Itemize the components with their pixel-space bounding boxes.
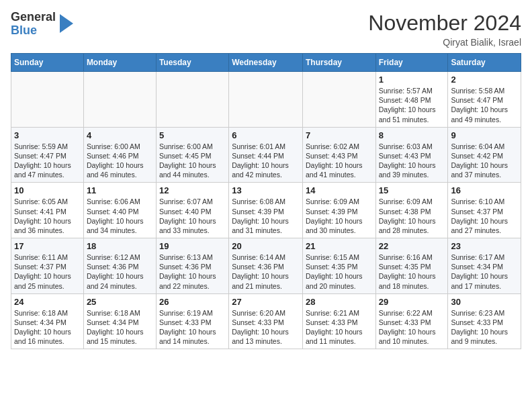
day-number: 29 xyxy=(379,297,445,307)
calendar-cell: 13Sunrise: 6:08 AM Sunset: 4:39 PM Dayli… xyxy=(229,183,303,238)
day-number: 25 xyxy=(87,297,153,307)
calendar-cell xyxy=(11,72,84,128)
day-number: 12 xyxy=(159,185,226,195)
calendar-cell: 30Sunrise: 6:23 AM Sunset: 4:33 PM Dayli… xyxy=(448,293,521,349)
calendar-cell: 4Sunrise: 6:00 AM Sunset: 4:46 PM Daylig… xyxy=(83,127,156,183)
day-info: Sunrise: 6:00 AM Sunset: 4:46 PM Dayligh… xyxy=(87,142,153,180)
calendar-cell: 14Sunrise: 6:09 AM Sunset: 4:39 PM Dayli… xyxy=(302,183,375,238)
calendar-cell: 22Sunrise: 6:16 AM Sunset: 4:35 PM Dayli… xyxy=(375,238,448,294)
calendar-cell: 23Sunrise: 6:17 AM Sunset: 4:34 PM Dayli… xyxy=(448,238,521,294)
logo: General Blue xyxy=(11,11,73,38)
day-info: Sunrise: 6:17 AM Sunset: 4:34 PM Dayligh… xyxy=(451,253,518,291)
day-info: Sunrise: 6:02 AM Sunset: 4:43 PM Dayligh… xyxy=(306,142,373,180)
calendar-cell: 5Sunrise: 6:00 AM Sunset: 4:45 PM Daylig… xyxy=(156,127,228,183)
weekday-header-wednesday: Wednesday xyxy=(229,54,303,72)
day-number: 22 xyxy=(379,241,445,251)
calendar-cell: 8Sunrise: 6:03 AM Sunset: 4:43 PM Daylig… xyxy=(375,127,448,183)
weekday-header-row: SundayMondayTuesdayWednesdayThursdayFrid… xyxy=(11,54,521,72)
logo-icon xyxy=(58,14,73,36)
day-info: Sunrise: 6:01 AM Sunset: 4:44 PM Dayligh… xyxy=(232,142,300,180)
day-number: 17 xyxy=(14,241,81,251)
week-row-5: 24Sunrise: 6:18 AM Sunset: 4:34 PM Dayli… xyxy=(11,293,521,349)
day-info: Sunrise: 6:09 AM Sunset: 4:39 PM Dayligh… xyxy=(306,197,373,235)
day-info: Sunrise: 6:12 AM Sunset: 4:36 PM Dayligh… xyxy=(87,253,153,291)
day-info: Sunrise: 6:03 AM Sunset: 4:43 PM Dayligh… xyxy=(379,142,445,180)
day-number: 8 xyxy=(379,130,445,140)
day-number: 7 xyxy=(306,130,373,140)
day-number: 14 xyxy=(306,185,373,195)
svg-marker-0 xyxy=(60,14,73,33)
day-number: 21 xyxy=(306,241,373,251)
calendar-cell: 12Sunrise: 6:07 AM Sunset: 4:40 PM Dayli… xyxy=(156,183,228,238)
weekday-header-thursday: Thursday xyxy=(302,54,375,72)
day-number: 13 xyxy=(232,185,300,195)
day-info: Sunrise: 6:10 AM Sunset: 4:37 PM Dayligh… xyxy=(451,197,518,235)
day-info: Sunrise: 6:23 AM Sunset: 4:33 PM Dayligh… xyxy=(451,308,518,347)
day-info: Sunrise: 6:18 AM Sunset: 4:34 PM Dayligh… xyxy=(87,308,153,347)
day-number: 28 xyxy=(306,297,373,307)
calendar-cell: 9Sunrise: 6:04 AM Sunset: 4:42 PM Daylig… xyxy=(448,127,521,183)
week-row-3: 10Sunrise: 6:05 AM Sunset: 4:41 PM Dayli… xyxy=(11,183,521,238)
day-number: 27 xyxy=(232,297,300,307)
week-row-2: 3Sunrise: 5:59 AM Sunset: 4:47 PM Daylig… xyxy=(11,127,521,183)
day-number: 6 xyxy=(232,130,300,140)
day-info: Sunrise: 6:13 AM Sunset: 4:36 PM Dayligh… xyxy=(159,253,226,291)
day-info: Sunrise: 6:22 AM Sunset: 4:33 PM Dayligh… xyxy=(379,308,445,347)
day-number: 16 xyxy=(451,185,518,195)
calendar-cell: 1Sunrise: 5:57 AM Sunset: 4:48 PM Daylig… xyxy=(375,72,448,128)
calendar-cell: 3Sunrise: 5:59 AM Sunset: 4:47 PM Daylig… xyxy=(11,127,84,183)
weekday-header-friday: Friday xyxy=(375,54,448,72)
week-row-4: 17Sunrise: 6:11 AM Sunset: 4:37 PM Dayli… xyxy=(11,238,521,294)
day-info: Sunrise: 6:15 AM Sunset: 4:35 PM Dayligh… xyxy=(306,253,373,291)
day-number: 26 xyxy=(159,297,226,307)
weekday-header-saturday: Saturday xyxy=(448,54,521,72)
day-info: Sunrise: 6:19 AM Sunset: 4:33 PM Dayligh… xyxy=(159,308,226,347)
day-info: Sunrise: 6:08 AM Sunset: 4:39 PM Dayligh… xyxy=(232,197,300,235)
day-number: 15 xyxy=(379,185,445,195)
day-info: Sunrise: 5:59 AM Sunset: 4:47 PM Dayligh… xyxy=(14,142,81,180)
location: Qiryat Bialik, Israel xyxy=(368,37,521,48)
day-number: 23 xyxy=(451,241,518,251)
day-info: Sunrise: 5:58 AM Sunset: 4:47 PM Dayligh… xyxy=(451,86,518,124)
header: General Blue November 2024 Qiryat Bialik… xyxy=(11,11,521,48)
day-number: 1 xyxy=(379,75,445,85)
calendar-cell xyxy=(83,72,156,128)
logo-general: General xyxy=(11,11,56,24)
calendar-cell: 10Sunrise: 6:05 AM Sunset: 4:41 PM Dayli… xyxy=(11,183,84,238)
calendar-cell: 20Sunrise: 6:14 AM Sunset: 4:36 PM Dayli… xyxy=(229,238,303,294)
day-number: 10 xyxy=(14,185,81,195)
day-number: 2 xyxy=(451,75,518,85)
day-info: Sunrise: 6:21 AM Sunset: 4:33 PM Dayligh… xyxy=(306,308,373,347)
calendar-cell: 15Sunrise: 6:09 AM Sunset: 4:38 PM Dayli… xyxy=(375,183,448,238)
day-info: Sunrise: 6:07 AM Sunset: 4:40 PM Dayligh… xyxy=(159,197,226,235)
day-number: 5 xyxy=(159,130,226,140)
calendar-cell xyxy=(156,72,228,128)
calendar-cell: 6Sunrise: 6:01 AM Sunset: 4:44 PM Daylig… xyxy=(229,127,303,183)
day-number: 19 xyxy=(159,241,226,251)
day-number: 18 xyxy=(87,241,153,251)
day-info: Sunrise: 6:18 AM Sunset: 4:34 PM Dayligh… xyxy=(14,308,81,347)
calendar-cell xyxy=(229,72,303,128)
month-title: November 2024 xyxy=(368,11,521,36)
calendar-cell: 7Sunrise: 6:02 AM Sunset: 4:43 PM Daylig… xyxy=(302,127,375,183)
weekday-header-sunday: Sunday xyxy=(11,54,84,72)
day-number: 11 xyxy=(87,185,153,195)
day-number: 20 xyxy=(232,241,300,251)
calendar-cell: 11Sunrise: 6:06 AM Sunset: 4:40 PM Dayli… xyxy=(83,183,156,238)
week-row-1: 1Sunrise: 5:57 AM Sunset: 4:48 PM Daylig… xyxy=(11,72,521,128)
calendar-cell: 18Sunrise: 6:12 AM Sunset: 4:36 PM Dayli… xyxy=(83,238,156,294)
day-info: Sunrise: 6:16 AM Sunset: 4:35 PM Dayligh… xyxy=(379,253,445,291)
calendar-cell: 16Sunrise: 6:10 AM Sunset: 4:37 PM Dayli… xyxy=(448,183,521,238)
calendar-cell: 17Sunrise: 6:11 AM Sunset: 4:37 PM Dayli… xyxy=(11,238,84,294)
day-number: 4 xyxy=(87,130,153,140)
day-info: Sunrise: 6:00 AM Sunset: 4:45 PM Dayligh… xyxy=(159,142,226,180)
logo-blue: Blue xyxy=(11,24,56,38)
day-info: Sunrise: 6:05 AM Sunset: 4:41 PM Dayligh… xyxy=(14,197,81,235)
page: General Blue November 2024 Qiryat Bialik… xyxy=(0,0,532,360)
title-block: November 2024 Qiryat Bialik, Israel xyxy=(368,11,521,48)
calendar-cell: 24Sunrise: 6:18 AM Sunset: 4:34 PM Dayli… xyxy=(11,293,84,349)
day-info: Sunrise: 6:04 AM Sunset: 4:42 PM Dayligh… xyxy=(451,142,518,180)
calendar-cell: 26Sunrise: 6:19 AM Sunset: 4:33 PM Dayli… xyxy=(156,293,228,349)
day-number: 30 xyxy=(451,297,518,307)
calendar-cell: 19Sunrise: 6:13 AM Sunset: 4:36 PM Dayli… xyxy=(156,238,228,294)
